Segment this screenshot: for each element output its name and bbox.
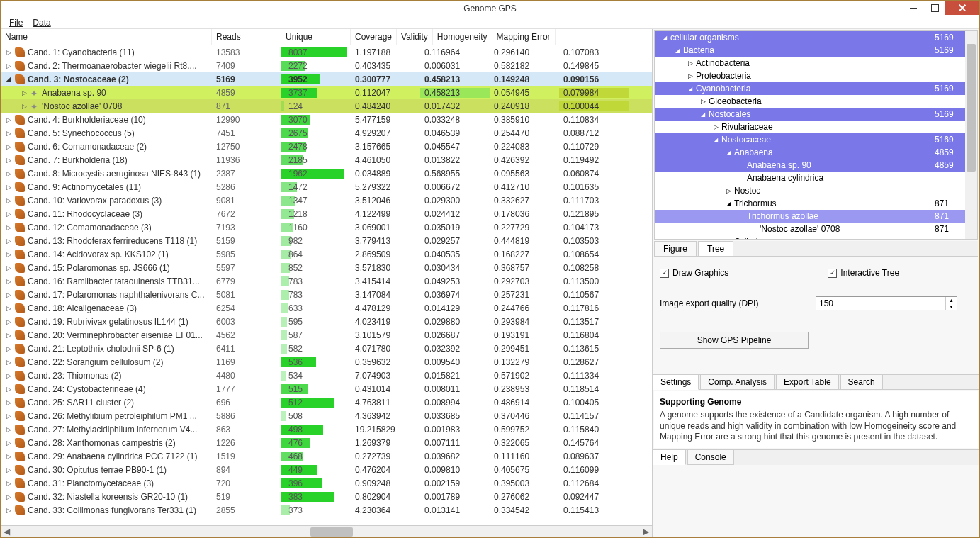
table-row[interactable]: Cand. 28: Xanthomonas campestris (2)1226… — [1, 436, 652, 449]
expander-icon[interactable] — [5, 49, 12, 56]
table-row[interactable]: Cand. 33: Collimonas fungivorans Ter331 … — [1, 503, 652, 517]
expander-icon[interactable] — [5, 372, 12, 379]
col-unique[interactable]: Unique — [281, 29, 351, 45]
table-row[interactable]: Cand. 30: Opitutus terrae PB90-1 (1)8944… — [1, 463, 652, 476]
tree-scrollbar[interactable] — [965, 31, 977, 239]
table-row[interactable]: Cand. 7: Burkholderia (18)1193621854.461… — [1, 153, 652, 167]
table-row[interactable]: Cand. 21: Leptothrix cholodnii SP-6 (1)6… — [1, 342, 652, 355]
maximize-button[interactable] — [924, 1, 945, 15]
expander-icon[interactable] — [5, 143, 12, 150]
tree-node[interactable]: Nostocales5169 — [655, 108, 977, 121]
tree-node[interactable]: Actinobacteria — [655, 57, 977, 69]
expander-icon[interactable] — [5, 439, 12, 447]
table-row[interactable]: Cand. 19: Rubrivivax gelatinosus IL144 (… — [1, 315, 652, 328]
col-homogeneity[interactable]: Homogeneity — [433, 29, 492, 45]
show-pipeline-button[interactable]: Show GPS Pipeline — [660, 332, 809, 349]
spin-down-icon[interactable]: ▼ — [946, 303, 957, 310]
expander-icon[interactable] — [5, 426, 12, 433]
table-row[interactable]: Cand. 32: Niastella koreensis GR20-10 (1… — [1, 490, 652, 503]
tree-node[interactable]: Nostoc — [655, 184, 977, 197]
tree-node[interactable]: cellular organisms5169 — [655, 31, 977, 44]
col-coverage[interactable]: Coverage — [351, 29, 397, 45]
tree-node[interactable]: Anabaena cylindrica — [655, 172, 977, 184]
tab-export-table[interactable]: Export Table — [776, 374, 839, 390]
tree-expander-icon[interactable] — [724, 201, 733, 207]
tree-node[interactable]: Rivulariaceae — [655, 121, 977, 133]
tree-expander-icon[interactable] — [686, 72, 694, 79]
expander-icon[interactable] — [5, 130, 12, 137]
table-row[interactable]: Cand. 22: Sorangium cellulosum (2)116953… — [1, 355, 652, 369]
tree-node[interactable]: Proteobacteria — [655, 69, 977, 82]
table-row[interactable]: Cand. 26: Methylibium petroleiphilum PM1… — [1, 409, 652, 422]
tab-figure[interactable]: Figure — [654, 241, 697, 256]
table-row[interactable]: Cand. 3: Nostocaceae (2)516939520.300777… — [1, 72, 652, 86]
tree-node[interactable]: Anabaena sp. 904859 — [655, 159, 977, 172]
col-reads[interactable]: Reads — [212, 29, 281, 45]
table-row[interactable]: Cand. 4: Burkholderiaceae (10)1299030705… — [1, 113, 652, 126]
expander-icon[interactable] — [5, 291, 12, 298]
table-row[interactable]: Cand. 17: Polaromonas naphthalenivorans … — [1, 288, 652, 301]
expander-icon[interactable] — [5, 157, 12, 164]
expander-icon[interactable] — [5, 116, 12, 123]
close-button[interactable] — [945, 1, 979, 15]
expander-icon[interactable] — [5, 278, 12, 285]
tree-node[interactable]: Anabaena4859 — [655, 146, 977, 159]
expander-icon[interactable] — [5, 76, 12, 83]
horizontal-scrollbar[interactable]: ◀ ▶ — [1, 525, 652, 537]
expander-icon[interactable] — [5, 62, 12, 69]
table-row[interactable]: ✦Anabaena sp. 90485937370.1120470.458213… — [1, 86, 652, 99]
table-row[interactable]: Cand. 15: Polaromonas sp. JS666 (1)55978… — [1, 261, 652, 274]
tree-expander-icon[interactable] — [699, 111, 707, 118]
expander-icon[interactable] — [5, 453, 12, 460]
table-row[interactable]: Cand. 18: Alcaligenaceae (3)62546334.478… — [1, 301, 652, 315]
table-row[interactable]: Cand. 6: Comamonadaceae (2)1275024783.15… — [1, 140, 652, 153]
table-row[interactable]: Cand. 2: Thermoanaerobacter wiegelii Rt8… — [1, 59, 652, 72]
col-name[interactable]: Name — [1, 29, 212, 45]
expander-icon[interactable] — [5, 305, 12, 312]
spin-up-icon[interactable]: ▲ — [946, 297, 957, 303]
expander-icon[interactable] — [5, 413, 12, 420]
expander-icon[interactable] — [5, 251, 12, 258]
expander-icon[interactable] — [5, 480, 12, 487]
tree-node[interactable]: 'Nostoc azollae' 0708871 — [655, 223, 977, 235]
taxonomy-tree[interactable]: cellular organisms5169Bacteria5169Actino… — [654, 30, 978, 240]
table-row[interactable]: Cand. 12: Comamonadaceae (3)719311603.06… — [1, 220, 652, 234]
expander-icon[interactable] — [5, 318, 12, 325]
expander-icon[interactable] — [5, 237, 12, 245]
expander-icon[interactable] — [5, 264, 12, 271]
table-row[interactable]: Cand. 25: SAR11 cluster (2)6965124.76381… — [1, 396, 652, 409]
tree-expander-icon[interactable] — [699, 98, 707, 105]
expander-icon[interactable] — [5, 332, 12, 339]
menu-file[interactable]: File — [9, 18, 23, 28]
tree-node[interactable]: Bacteria5169 — [655, 44, 977, 57]
tree-node[interactable]: Cylindrospermum — [655, 235, 977, 240]
tree-expander-icon[interactable] — [673, 47, 682, 54]
tree-node[interactable]: Cyanobacteria5169 — [655, 82, 977, 95]
menu-data[interactable]: Data — [33, 18, 50, 28]
expander-icon[interactable] — [5, 466, 12, 473]
table-row[interactable]: Cand. 31: Planctomycetaceae (3)7203960.9… — [1, 476, 652, 490]
expander-icon[interactable] — [5, 184, 12, 191]
table-row[interactable]: Cand. 11: Rhodocyclaceae (3)767212184.12… — [1, 207, 652, 220]
table-row[interactable]: Cand. 16: Ramlibacter tataouinensis TTB3… — [1, 274, 652, 288]
check-interactive-tree[interactable]: Interactive Tree — [828, 268, 899, 278]
table-row[interactable]: Cand. 24: Cystobacterineae (4)17775150.4… — [1, 382, 652, 396]
table-row[interactable]: Cand. 13: Rhodoferax ferrireducens T118 … — [1, 234, 652, 247]
table-row[interactable]: Cand. 5: Synechococcus (5)745126754.9292… — [1, 126, 652, 140]
expander-icon[interactable] — [5, 345, 12, 352]
expander-icon[interactable] — [5, 359, 12, 366]
expander-icon[interactable] — [5, 399, 12, 406]
table-row[interactable]: Cand. 8: Microcystis aeruginosa NIES-843… — [1, 167, 652, 180]
table-row[interactable]: Cand. 10: Variovorax paradoxus (3)908113… — [1, 194, 652, 207]
table-row[interactable]: Cand. 27: Methylacidiphilum infernorum V… — [1, 422, 652, 436]
tab-comp-analysis[interactable]: Comp. Analysis — [700, 374, 775, 390]
tree-scroll-thumb[interactable] — [967, 44, 976, 172]
tree-expander-icon[interactable] — [686, 60, 694, 67]
scroll-thumb[interactable] — [310, 527, 353, 537]
table-row[interactable]: Cand. 23: Thiomonas (2)44805347.0749030.… — [1, 369, 652, 382]
tree-expander-icon[interactable] — [686, 86, 694, 92]
tree-expander-icon[interactable] — [711, 123, 720, 130]
tree-node[interactable]: Trichormus azollae871 — [655, 210, 977, 223]
tab-search[interactable]: Search — [840, 374, 883, 390]
table-row[interactable]: Cand. 14: Acidovorax sp. KKS102 (1)59858… — [1, 247, 652, 261]
